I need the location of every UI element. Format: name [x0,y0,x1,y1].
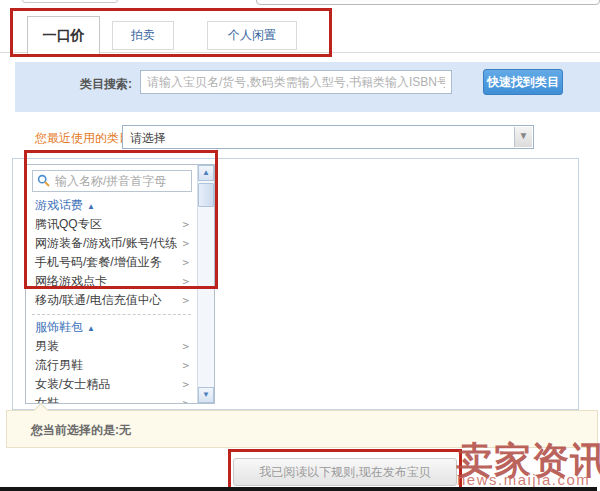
scroll-up-icon[interactable]: ▲ [198,165,214,181]
top-cutoff-box [22,0,118,3]
category-item[interactable]: 腾讯QQ专区> [26,215,197,234]
current-selection-text: 您当前选择的是:无 [31,422,131,439]
collapse-arrow-icon[interactable]: ▲ [87,324,95,333]
category-item-label: 女装/女士精品 [35,377,110,391]
bottom-edge-bar [0,487,597,491]
category-item-label: 腾讯QQ专区 [35,217,102,231]
category-item[interactable]: 手机号码/套餐/增值业务> [26,253,197,272]
scroll-down-icon[interactable]: ▼ [198,387,214,403]
category-item-label: 网络游戏点卡 [35,274,107,288]
category-item[interactable]: 女鞋> [26,394,197,404]
chevron-right-icon: > [182,337,189,356]
category-group-label: 服饰鞋包 [35,320,83,334]
category-filter-input[interactable] [33,171,191,191]
publish-item-button[interactable]: 我已阅读以下规则,现在发布宝贝 [233,458,457,486]
chevron-right-icon: > [182,272,189,291]
chevron-down-icon[interactable]: ▼ [514,127,532,147]
recent-category-select[interactable]: 请选择 ▼ [122,125,534,149]
category-item-label: 移动/联通/电信充值中心 [35,293,162,307]
current-selection-value: 无 [119,423,131,437]
chevron-right-icon: > [182,375,189,394]
watermark-url: news.maijia.com [457,471,590,488]
chevron-right-icon: > [182,291,189,310]
category-group-header[interactable]: 服饰鞋包▲ [26,318,197,337]
chevron-right-icon: > [182,394,189,404]
recent-category-selected-value: 请选择 [130,130,166,147]
tab-fixed-price[interactable]: 一口价 [27,16,100,54]
category-search-label: 类目搜索: [80,76,132,93]
chevron-right-icon: > [182,234,189,253]
category-item[interactable]: 网络游戏点卡> [26,272,197,291]
chevron-right-icon: > [182,215,189,234]
category-item[interactable]: 流行男鞋> [26,356,197,375]
chevron-right-icon: > [182,356,189,375]
category-divider [32,314,191,315]
category-item-label: 女鞋 [35,396,59,404]
tab-auction[interactable]: 拍卖 [112,21,174,50]
recent-category-label: 您最近使用的类目: [35,130,134,147]
category-item-label: 流行男鞋 [35,358,83,372]
scrollbar-thumb[interactable] [198,183,214,207]
tab-personal-idle[interactable]: 个人闲置 [207,21,297,50]
chevron-right-icon: > [182,253,189,272]
category-list: 游戏话费▲腾讯QQ专区>网游装备/游戏币/账号/代练>手机号码/套餐/增值业务>… [26,165,197,404]
collapse-arrow-icon[interactable]: ▲ [87,202,95,211]
quick-find-category-button[interactable]: 快速找到类目 [483,69,563,95]
category-item-label: 网游装备/游戏币/账号/代练 [35,236,177,250]
category-search-input[interactable] [140,70,452,94]
category-filter-field[interactable] [32,170,192,192]
category-item[interactable]: 女装/女士精品> [26,375,197,394]
category-list-box: 游戏话费▲腾讯QQ专区>网游装备/游戏币/账号/代练>手机号码/套餐/增值业务>… [25,164,215,404]
category-group-header[interactable]: 游戏话费▲ [26,196,197,215]
category-item-label: 手机号码/套餐/增值业务 [35,255,162,269]
category-item[interactable]: 男装> [26,337,197,356]
current-selection-label: 您当前选择的是: [31,423,119,437]
category-group-label: 游戏话费 [35,198,83,212]
category-item[interactable]: 网游装备/游戏币/账号/代练> [26,234,197,253]
search-icon [37,174,50,187]
category-item-label: 男装 [35,339,59,353]
scrollbar[interactable]: ▲ ▼ [197,165,214,403]
category-item[interactable]: 移动/联通/电信充值中心> [26,291,197,310]
top-cutoff-input [256,0,600,5]
